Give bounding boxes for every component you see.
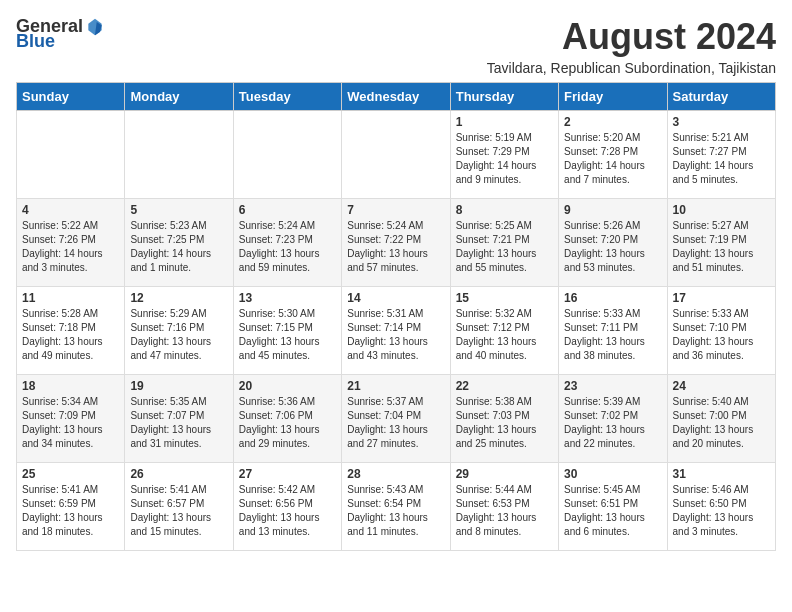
day-info: Sunrise: 5:30 AM Sunset: 7:15 PM Dayligh… — [239, 307, 336, 363]
day-info: Sunrise: 5:46 AM Sunset: 6:50 PM Dayligh… — [673, 483, 770, 539]
day-number: 4 — [22, 203, 119, 217]
day-number: 3 — [673, 115, 770, 129]
day-cell: 18Sunrise: 5:34 AM Sunset: 7:09 PM Dayli… — [17, 375, 125, 463]
day-number: 27 — [239, 467, 336, 481]
day-info: Sunrise: 5:33 AM Sunset: 7:11 PM Dayligh… — [564, 307, 661, 363]
day-info: Sunrise: 5:42 AM Sunset: 6:56 PM Dayligh… — [239, 483, 336, 539]
day-cell: 26Sunrise: 5:41 AM Sunset: 6:57 PM Dayli… — [125, 463, 233, 551]
day-cell: 14Sunrise: 5:31 AM Sunset: 7:14 PM Dayli… — [342, 287, 450, 375]
day-info: Sunrise: 5:32 AM Sunset: 7:12 PM Dayligh… — [456, 307, 553, 363]
day-number: 15 — [456, 291, 553, 305]
day-number: 9 — [564, 203, 661, 217]
day-number: 5 — [130, 203, 227, 217]
day-cell — [125, 111, 233, 199]
day-info: Sunrise: 5:24 AM Sunset: 7:23 PM Dayligh… — [239, 219, 336, 275]
day-info: Sunrise: 5:41 AM Sunset: 6:57 PM Dayligh… — [130, 483, 227, 539]
day-cell: 23Sunrise: 5:39 AM Sunset: 7:02 PM Dayli… — [559, 375, 667, 463]
title-section: August 2024 Tavildara, Republican Subord… — [487, 16, 776, 76]
day-cell: 24Sunrise: 5:40 AM Sunset: 7:00 PM Dayli… — [667, 375, 775, 463]
day-info: Sunrise: 5:21 AM Sunset: 7:27 PM Dayligh… — [673, 131, 770, 187]
day-number: 26 — [130, 467, 227, 481]
day-info: Sunrise: 5:19 AM Sunset: 7:29 PM Dayligh… — [456, 131, 553, 187]
day-number: 21 — [347, 379, 444, 393]
day-number: 14 — [347, 291, 444, 305]
day-cell: 9Sunrise: 5:26 AM Sunset: 7:20 PM Daylig… — [559, 199, 667, 287]
day-number: 30 — [564, 467, 661, 481]
day-cell — [233, 111, 341, 199]
day-cell: 27Sunrise: 5:42 AM Sunset: 6:56 PM Dayli… — [233, 463, 341, 551]
day-info: Sunrise: 5:24 AM Sunset: 7:22 PM Dayligh… — [347, 219, 444, 275]
day-cell: 13Sunrise: 5:30 AM Sunset: 7:15 PM Dayli… — [233, 287, 341, 375]
day-info: Sunrise: 5:34 AM Sunset: 7:09 PM Dayligh… — [22, 395, 119, 451]
day-cell: 28Sunrise: 5:43 AM Sunset: 6:54 PM Dayli… — [342, 463, 450, 551]
day-number: 6 — [239, 203, 336, 217]
day-number: 19 — [130, 379, 227, 393]
day-info: Sunrise: 5:25 AM Sunset: 7:21 PM Dayligh… — [456, 219, 553, 275]
day-number: 22 — [456, 379, 553, 393]
day-cell: 29Sunrise: 5:44 AM Sunset: 6:53 PM Dayli… — [450, 463, 558, 551]
day-number: 13 — [239, 291, 336, 305]
day-info: Sunrise: 5:31 AM Sunset: 7:14 PM Dayligh… — [347, 307, 444, 363]
week-row-2: 4Sunrise: 5:22 AM Sunset: 7:26 PM Daylig… — [17, 199, 776, 287]
day-number: 12 — [130, 291, 227, 305]
day-number: 8 — [456, 203, 553, 217]
day-header-friday: Friday — [559, 83, 667, 111]
day-info: Sunrise: 5:43 AM Sunset: 6:54 PM Dayligh… — [347, 483, 444, 539]
day-header-saturday: Saturday — [667, 83, 775, 111]
day-cell: 15Sunrise: 5:32 AM Sunset: 7:12 PM Dayli… — [450, 287, 558, 375]
week-row-1: 1Sunrise: 5:19 AM Sunset: 7:29 PM Daylig… — [17, 111, 776, 199]
day-info: Sunrise: 5:41 AM Sunset: 6:59 PM Dayligh… — [22, 483, 119, 539]
day-number: 1 — [456, 115, 553, 129]
day-number: 25 — [22, 467, 119, 481]
day-number: 28 — [347, 467, 444, 481]
day-cell — [342, 111, 450, 199]
day-cell: 25Sunrise: 5:41 AM Sunset: 6:59 PM Dayli… — [17, 463, 125, 551]
day-info: Sunrise: 5:29 AM Sunset: 7:16 PM Dayligh… — [130, 307, 227, 363]
header-row: SundayMondayTuesdayWednesdayThursdayFrid… — [17, 83, 776, 111]
day-number: 20 — [239, 379, 336, 393]
week-row-5: 25Sunrise: 5:41 AM Sunset: 6:59 PM Dayli… — [17, 463, 776, 551]
day-header-wednesday: Wednesday — [342, 83, 450, 111]
day-cell — [17, 111, 125, 199]
day-number: 17 — [673, 291, 770, 305]
day-number: 11 — [22, 291, 119, 305]
day-cell: 31Sunrise: 5:46 AM Sunset: 6:50 PM Dayli… — [667, 463, 775, 551]
day-number: 10 — [673, 203, 770, 217]
day-cell: 7Sunrise: 5:24 AM Sunset: 7:22 PM Daylig… — [342, 199, 450, 287]
logo-icon — [85, 17, 105, 37]
day-header-thursday: Thursday — [450, 83, 558, 111]
day-cell: 22Sunrise: 5:38 AM Sunset: 7:03 PM Dayli… — [450, 375, 558, 463]
day-cell: 21Sunrise: 5:37 AM Sunset: 7:04 PM Dayli… — [342, 375, 450, 463]
day-info: Sunrise: 5:45 AM Sunset: 6:51 PM Dayligh… — [564, 483, 661, 539]
location-subtitle: Tavildara, Republican Subordination, Taj… — [487, 60, 776, 76]
day-cell: 8Sunrise: 5:25 AM Sunset: 7:21 PM Daylig… — [450, 199, 558, 287]
logo-blue-text: Blue — [16, 31, 55, 52]
day-cell: 30Sunrise: 5:45 AM Sunset: 6:51 PM Dayli… — [559, 463, 667, 551]
day-cell: 5Sunrise: 5:23 AM Sunset: 7:25 PM Daylig… — [125, 199, 233, 287]
day-cell: 10Sunrise: 5:27 AM Sunset: 7:19 PM Dayli… — [667, 199, 775, 287]
day-info: Sunrise: 5:44 AM Sunset: 6:53 PM Dayligh… — [456, 483, 553, 539]
logo: General Blue — [16, 16, 105, 52]
day-info: Sunrise: 5:36 AM Sunset: 7:06 PM Dayligh… — [239, 395, 336, 451]
day-info: Sunrise: 5:39 AM Sunset: 7:02 PM Dayligh… — [564, 395, 661, 451]
month-title: August 2024 — [487, 16, 776, 58]
day-number: 7 — [347, 203, 444, 217]
page-header: General Blue August 2024 Tavildara, Repu… — [16, 16, 776, 76]
week-row-3: 11Sunrise: 5:28 AM Sunset: 7:18 PM Dayli… — [17, 287, 776, 375]
day-info: Sunrise: 5:26 AM Sunset: 7:20 PM Dayligh… — [564, 219, 661, 275]
day-cell: 11Sunrise: 5:28 AM Sunset: 7:18 PM Dayli… — [17, 287, 125, 375]
day-info: Sunrise: 5:40 AM Sunset: 7:00 PM Dayligh… — [673, 395, 770, 451]
day-cell: 16Sunrise: 5:33 AM Sunset: 7:11 PM Dayli… — [559, 287, 667, 375]
day-number: 23 — [564, 379, 661, 393]
calendar-table: SundayMondayTuesdayWednesdayThursdayFrid… — [16, 82, 776, 551]
day-header-monday: Monday — [125, 83, 233, 111]
day-header-sunday: Sunday — [17, 83, 125, 111]
day-cell: 4Sunrise: 5:22 AM Sunset: 7:26 PM Daylig… — [17, 199, 125, 287]
day-cell: 12Sunrise: 5:29 AM Sunset: 7:16 PM Dayli… — [125, 287, 233, 375]
day-info: Sunrise: 5:38 AM Sunset: 7:03 PM Dayligh… — [456, 395, 553, 451]
day-cell: 19Sunrise: 5:35 AM Sunset: 7:07 PM Dayli… — [125, 375, 233, 463]
day-header-tuesday: Tuesday — [233, 83, 341, 111]
day-number: 16 — [564, 291, 661, 305]
day-info: Sunrise: 5:35 AM Sunset: 7:07 PM Dayligh… — [130, 395, 227, 451]
day-number: 29 — [456, 467, 553, 481]
